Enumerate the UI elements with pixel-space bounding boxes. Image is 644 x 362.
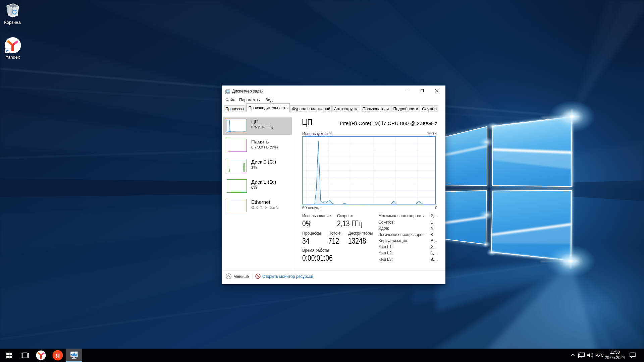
svg-text:Я: Я	[56, 353, 60, 359]
